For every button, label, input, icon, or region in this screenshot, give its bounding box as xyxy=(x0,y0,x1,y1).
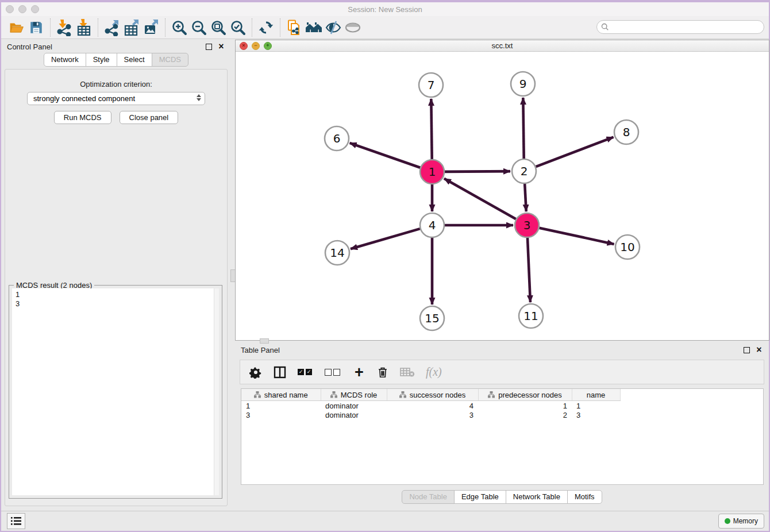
close-table-panel-icon[interactable]: × xyxy=(755,346,763,354)
delete-table-icon[interactable] xyxy=(400,365,415,379)
reset-home-icon[interactable] xyxy=(304,18,324,37)
tab-motifs[interactable]: Motifs xyxy=(567,490,602,504)
mcds-panel: Optimization criterion: strongly connect… xyxy=(5,69,228,506)
graph-node-9[interactable]: 9 xyxy=(511,72,535,96)
control-panel-title: Control Panel xyxy=(7,43,52,51)
import-table-icon[interactable] xyxy=(74,18,94,37)
node-table: shared name MCDS role successor nodes pr… xyxy=(241,388,764,485)
memory-button[interactable]: Memory xyxy=(718,514,764,529)
svg-text:15: 15 xyxy=(425,311,439,325)
network-window-titlebar[interactable]: × − + scc.txt xyxy=(236,40,769,52)
svg-text:1: 1 xyxy=(429,165,436,179)
table-row[interactable]: 3 dominator 3 2 3 xyxy=(241,410,620,419)
add-column-icon[interactable]: + xyxy=(353,365,365,379)
graph-node-2[interactable]: 2 xyxy=(512,159,536,183)
svg-text:4: 4 xyxy=(429,218,436,232)
graph-edge-3-1[interactable] xyxy=(444,179,516,219)
graph-node-11[interactable]: 11 xyxy=(519,304,543,328)
column-header-shared-name[interactable]: shared name xyxy=(241,389,321,401)
toolbar-separator xyxy=(165,18,165,37)
network-title: scc.txt xyxy=(236,41,769,50)
tab-select[interactable]: Select xyxy=(117,53,152,67)
graph-edge-2-8[interactable] xyxy=(536,137,614,167)
deselect-all-icon[interactable] xyxy=(325,365,342,379)
table-row[interactable]: 1 dominator 4 1 1 xyxy=(241,401,620,411)
close-panel-icon[interactable]: × xyxy=(217,43,225,51)
graph-edge-1-6[interactable] xyxy=(350,143,421,168)
hierarchy-icon xyxy=(330,391,337,398)
open-session-icon[interactable] xyxy=(7,18,26,37)
select-spinner-icon xyxy=(197,94,201,101)
close-panel-button[interactable]: Close panel xyxy=(120,111,179,124)
graph-node-14[interactable]: 14 xyxy=(325,241,349,265)
memory-label: Memory xyxy=(733,517,758,525)
mcds-result-text[interactable]: 1 3 xyxy=(12,288,219,495)
tab-edge-table[interactable]: Edge Table xyxy=(454,490,506,504)
graph-node-10[interactable]: 10 xyxy=(615,235,640,259)
settings-gear-icon[interactable] xyxy=(249,365,262,379)
hide-graphics-details-icon[interactable] xyxy=(324,18,343,37)
network-graph-canvas[interactable]: 7968124314101511 xyxy=(236,51,768,340)
zoom-fit-icon[interactable] xyxy=(209,18,228,37)
import-network-icon[interactable] xyxy=(55,18,74,37)
optimization-criterion-label: Optimization criterion: xyxy=(5,80,227,88)
hierarchy-icon xyxy=(399,391,406,398)
search-field-wrap xyxy=(596,20,764,34)
graph-node-15[interactable]: 15 xyxy=(420,306,444,330)
column-header-name[interactable]: name xyxy=(572,389,620,401)
column-header-successor-nodes[interactable]: successor nodes xyxy=(387,389,478,401)
title-bar: Session: New Session xyxy=(1,2,769,16)
result-scrollbar[interactable] xyxy=(214,288,219,495)
graph-edge-1-2[interactable] xyxy=(445,171,510,172)
float-panel-icon[interactable] xyxy=(205,43,213,51)
control-panel: Control Panel × Network Style Select MCD… xyxy=(1,39,231,511)
criterion-select[interactable]: strongly connected component xyxy=(27,92,205,105)
graph-edge-2-9[interactable] xyxy=(523,98,523,159)
svg-text:14: 14 xyxy=(330,246,344,260)
tab-node-table[interactable]: Node Table xyxy=(402,490,455,504)
export-image-icon[interactable] xyxy=(141,18,161,37)
float-table-panel-icon[interactable] xyxy=(742,346,750,354)
save-session-icon[interactable] xyxy=(26,18,46,37)
graph-node-7[interactable]: 7 xyxy=(419,73,443,97)
tab-style[interactable]: Style xyxy=(86,53,117,67)
graph-node-8[interactable]: 8 xyxy=(614,120,638,144)
column-header-predecessor-nodes[interactable]: predecessor nodes xyxy=(478,389,572,401)
graph-edge-1-7[interactable] xyxy=(431,99,432,159)
delete-column-icon[interactable] xyxy=(376,365,389,379)
column-header-mcds-role[interactable]: MCDS role xyxy=(321,389,387,401)
graph-node-1[interactable]: 1 xyxy=(420,160,444,184)
graph-node-6[interactable]: 6 xyxy=(325,126,349,151)
application-window: Session: New Session xyxy=(0,0,770,532)
toolbar-separator xyxy=(280,18,280,37)
function-builder-icon[interactable]: f(x) xyxy=(426,365,442,379)
tab-network-table[interactable]: Network Table xyxy=(506,490,568,504)
split-columns-icon[interactable] xyxy=(273,365,287,379)
zoom-out-icon[interactable] xyxy=(189,18,209,37)
export-network-icon[interactable] xyxy=(102,18,122,37)
graph-edge-3-11[interactable] xyxy=(528,238,530,302)
show-graphics-details-icon[interactable] xyxy=(343,18,363,37)
graph-node-3[interactable]: 3 xyxy=(515,213,539,237)
graph-edge-3-10[interactable] xyxy=(539,228,614,244)
graph-edge-4-14[interactable] xyxy=(351,229,420,249)
search-input[interactable] xyxy=(596,20,764,34)
tab-network[interactable]: Network xyxy=(44,53,86,67)
zoom-selected-icon[interactable] xyxy=(228,18,248,37)
tab-mcds[interactable]: MCDS xyxy=(152,53,188,67)
task-history-button[interactable] xyxy=(7,513,25,529)
apply-layout-icon[interactable] xyxy=(256,18,276,37)
svg-text:6: 6 xyxy=(333,132,341,145)
svg-text:2: 2 xyxy=(521,164,528,178)
select-all-icon[interactable]: ✓✓ xyxy=(298,365,314,379)
graph-node-4[interactable]: 4 xyxy=(420,213,444,237)
table-header-row: shared name MCDS role successor nodes pr… xyxy=(241,389,620,401)
toolbar-separator xyxy=(98,18,98,37)
graph-edge-2-3[interactable] xyxy=(525,184,526,211)
run-mcds-button[interactable]: Run MCDS xyxy=(54,111,111,124)
export-table-icon[interactable] xyxy=(122,18,141,37)
clone-network-icon[interactable] xyxy=(284,18,304,37)
zoom-in-icon[interactable] xyxy=(170,18,189,37)
main-toolbar xyxy=(1,16,769,39)
memory-status-icon xyxy=(725,518,730,524)
